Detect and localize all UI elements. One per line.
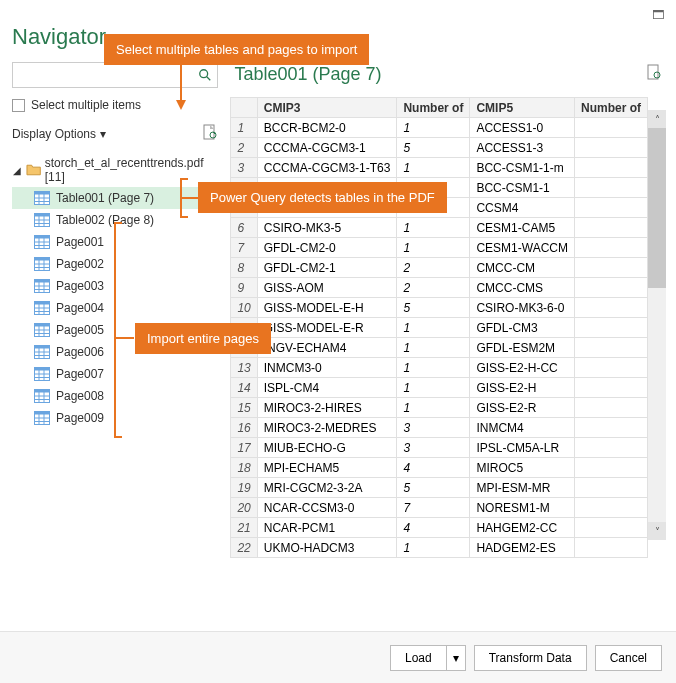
cell <box>575 238 648 258</box>
cell: 7 <box>397 498 470 518</box>
table-row[interactable]: 14ISPL-CM41GISS-E2-H <box>231 378 648 398</box>
table-row[interactable]: 15MIROC3-2-HIRES1GISS-E2-R <box>231 398 648 418</box>
tree-item-label: Table002 (Page 8) <box>56 213 154 227</box>
cell: UKMO-HADCM3 <box>257 538 397 558</box>
svg-rect-41 <box>35 324 50 327</box>
table-row[interactable]: 16MIROC3-2-MEDRES3INMCM4 <box>231 418 648 438</box>
cell: MPI-ECHAM5 <box>257 458 397 478</box>
svg-rect-59 <box>35 390 50 393</box>
table-row[interactable]: 10GISS-MODEL-E-H5CSIRO-MK3-6-0 <box>231 298 648 318</box>
table-row[interactable]: 3CCCMA-CGCM3-1-T631BCC-CSM1-1-m <box>231 158 648 178</box>
cell: ACCESS1-0 <box>470 118 575 138</box>
cell: 1 <box>397 238 470 258</box>
load-button[interactable]: Load <box>390 645 447 671</box>
cell <box>575 338 648 358</box>
cell: GISS-E2-R <box>470 398 575 418</box>
tree-item-label: Page002 <box>56 257 104 271</box>
cell: 1 <box>397 338 470 358</box>
table-row[interactable]: 19MRI-CGCM2-3-2A5MPI-ESM-MR <box>231 478 648 498</box>
cell: 1 <box>397 538 470 558</box>
row-number: 10 <box>231 298 257 318</box>
cell: GISS-AOM <box>257 278 397 298</box>
scroll-down-icon[interactable]: ˅ <box>648 522 666 540</box>
cell: 1 <box>397 158 470 178</box>
row-number: 22 <box>231 538 257 558</box>
search-icon[interactable] <box>193 63 217 87</box>
row-number: 19 <box>231 478 257 498</box>
cell <box>575 398 648 418</box>
table-row[interactable]: 8GFDL-CM2-12CMCC-CM <box>231 258 648 278</box>
cancel-button[interactable]: Cancel <box>595 645 662 671</box>
select-multiple-checkbox[interactable]: Select multiple items <box>12 98 218 112</box>
row-number: 16 <box>231 418 257 438</box>
search-box[interactable] <box>12 62 218 88</box>
cell: MIROC3-2-HIRES <box>257 398 397 418</box>
table-row[interactable]: 6CSIRO-MK3-51CESM1-CAM5 <box>231 218 648 238</box>
row-number: 17 <box>231 438 257 458</box>
table-row[interactable]: 9GISS-AOM2CMCC-CMS <box>231 278 648 298</box>
column-header[interactable]: CMIP5 <box>470 98 575 118</box>
table-row[interactable]: 20NCAR-CCSM3-07NORESM1-M <box>231 498 648 518</box>
tree-item-label: Page001 <box>56 235 104 249</box>
column-header[interactable]: Number of <box>397 98 470 118</box>
scroll-up-icon[interactable]: ˄ <box>648 110 666 128</box>
tree-item-label: Page009 <box>56 411 104 425</box>
tree-root[interactable]: ◢ storch_et_al_recenttrends.pdf [11] <box>12 153 218 187</box>
table-row[interactable]: 12INGV-ECHAM41GFDL-ESM2M <box>231 338 648 358</box>
cell <box>575 418 648 438</box>
preview-refresh-icon[interactable] <box>646 64 662 85</box>
display-options-dropdown[interactable]: Display Options ▾ <box>12 127 106 141</box>
search-input[interactable] <box>13 68 193 82</box>
refresh-icon[interactable] <box>202 124 218 143</box>
close-icon[interactable]: 🗖 <box>652 8 664 22</box>
row-number: 15 <box>231 398 257 418</box>
table-row[interactable]: 11GISS-MODEL-E-R1GFDL-CM3 <box>231 318 648 338</box>
row-header <box>231 98 257 118</box>
svg-rect-23 <box>35 258 50 261</box>
table-row[interactable]: 13INMCM3-01GISS-E2-H-CC <box>231 358 648 378</box>
table-row[interactable]: 1BCCR-BCM2-01ACCESS1-0 <box>231 118 648 138</box>
table-row[interactable]: 21NCAR-PCM14HAHGEM2-CC <box>231 518 648 538</box>
row-number: 20 <box>231 498 257 518</box>
table-row[interactable]: 7GFDL-CM2-01CESM1-WACCM <box>231 238 648 258</box>
row-number: 2 <box>231 138 257 158</box>
column-header[interactable]: Number of <box>575 98 648 118</box>
table-row[interactable]: 18MPI-ECHAM54MIROC5 <box>231 458 648 478</box>
cell: IPSL-CM5A-LR <box>470 438 575 458</box>
cell: 1 <box>397 218 470 238</box>
table-row[interactable]: 17MIUB-ECHO-G3IPSL-CM5A-LR <box>231 438 648 458</box>
cell <box>575 298 648 318</box>
cell <box>575 258 648 278</box>
cell: 4 <box>397 458 470 478</box>
svg-rect-65 <box>35 412 50 415</box>
column-header[interactable]: CMIP3 <box>257 98 397 118</box>
vertical-scrollbar[interactable]: ˄ ˅ <box>648 110 666 540</box>
tree-item-label: Page004 <box>56 301 104 315</box>
cell: BCC-CSM1-1-m <box>470 158 575 178</box>
table-row[interactable]: 2CCCMA-CGCM3-15ACCESS1-3 <box>231 138 648 158</box>
select-multiple-label: Select multiple items <box>31 98 141 112</box>
cell: INMCM3-0 <box>257 358 397 378</box>
row-number: 1 <box>231 118 257 138</box>
cell: 3 <box>397 438 470 458</box>
table-row[interactable]: 22UKMO-HADCM31HADGEM2-ES <box>231 538 648 558</box>
cell <box>575 178 648 198</box>
cell: CESM1-CAM5 <box>470 218 575 238</box>
cell: NORESM1-M <box>470 498 575 518</box>
callout-select-multiple: Select multiple tables and pages to impo… <box>104 34 369 65</box>
transform-data-button[interactable]: Transform Data <box>474 645 587 671</box>
cell <box>575 538 648 558</box>
cell: CMCC-CMS <box>470 278 575 298</box>
cell: GFDL-CM2-0 <box>257 238 397 258</box>
callout-detect-tables: Power Query detects tables in the PDF <box>198 182 447 213</box>
load-dropdown-button[interactable]: ▾ <box>447 645 466 671</box>
root-label: storch_et_al_recenttrends.pdf [11] <box>45 156 219 184</box>
arrow-line <box>180 64 182 102</box>
tree-item-label: Page008 <box>56 389 104 403</box>
scroll-thumb[interactable] <box>648 128 666 288</box>
cell: CCCMA-CGCM3-1 <box>257 138 397 158</box>
row-number: 8 <box>231 258 257 278</box>
cell: 5 <box>397 478 470 498</box>
svg-rect-47 <box>35 346 50 349</box>
row-number: 3 <box>231 158 257 178</box>
